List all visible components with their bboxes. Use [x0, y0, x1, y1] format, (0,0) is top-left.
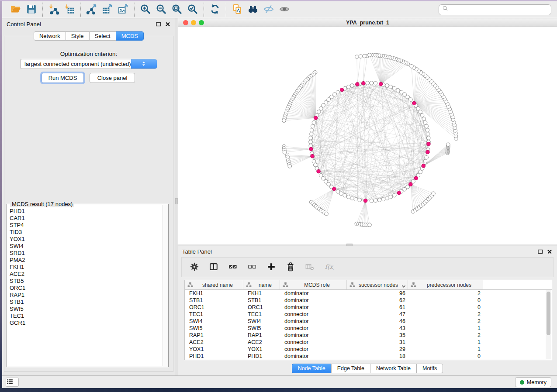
- mcds-result-item[interactable]: PMA2: [10, 257, 162, 264]
- show-all-button[interactable]: [277, 2, 292, 17]
- gear-button[interactable]: [188, 261, 201, 274]
- search-box[interactable]: [439, 4, 551, 15]
- dominator-node[interactable]: [309, 147, 313, 151]
- export-network-button[interactable]: [84, 2, 100, 17]
- mcds-result-item[interactable]: YOX1: [10, 236, 162, 243]
- control-panel-tabs: NetworkStyleSelectMCDS: [2, 31, 175, 41]
- mcds-result-item[interactable]: STB1: [10, 299, 162, 306]
- column-header-name[interactable]: name: [243, 280, 280, 289]
- deselect-all-button[interactable]: [246, 261, 259, 274]
- dominator-node[interactable]: [409, 182, 413, 186]
- dominator-node[interactable]: [379, 82, 383, 86]
- mcds-result-item[interactable]: SWI4: [10, 243, 162, 250]
- mcds-result-item[interactable]: ACE2: [10, 271, 162, 278]
- search-input[interactable]: [481, 7, 548, 13]
- table-row[interactable]: ACE2ACE2connector311: [185, 339, 552, 346]
- add-button[interactable]: [265, 261, 278, 274]
- export-image-button[interactable]: [115, 2, 131, 17]
- export-table-button[interactable]: [100, 2, 115, 17]
- table-scrollbar[interactable]: [546, 290, 551, 359]
- memory-button[interactable]: Memory: [515, 377, 551, 387]
- columns-button[interactable]: [207, 261, 220, 274]
- mcds-result-item[interactable]: FKH1: [10, 264, 162, 271]
- close-panel-icon[interactable]: [547, 248, 553, 254]
- zoom-out-button[interactable]: [153, 2, 169, 17]
- dominator-node[interactable]: [356, 83, 360, 86]
- select-all-button[interactable]: [226, 261, 239, 274]
- dominator-node[interactable]: [422, 164, 426, 168]
- table-row[interactable]: SWI4SWI4dominator462: [185, 318, 552, 325]
- run-mcds-button[interactable]: Run MCDS: [42, 73, 84, 83]
- column-header-shared-name[interactable]: shared name: [185, 280, 243, 289]
- first-neighbors-button[interactable]: [245, 2, 261, 17]
- float-panel-icon[interactable]: [156, 21, 162, 27]
- tab-mcds[interactable]: MCDS: [116, 31, 144, 41]
- import-network-button[interactable]: [46, 2, 62, 17]
- delete-button[interactable]: [284, 261, 297, 274]
- mcds-result-item[interactable]: GCR1: [10, 320, 162, 327]
- mcds-result-item[interactable]: CAR1: [10, 215, 162, 222]
- tab-style[interactable]: Style: [66, 31, 90, 41]
- mcds-result-item[interactable]: STB5: [10, 278, 162, 285]
- dominator-node[interactable]: [317, 169, 321, 173]
- tab-select[interactable]: Select: [89, 31, 116, 41]
- mcds-result-item[interactable]: TID3: [10, 229, 162, 236]
- mcds-result-item[interactable]: RAP1: [10, 292, 162, 299]
- criterion-dropdown[interactable]: largest connected component (undirected): [20, 59, 157, 69]
- dominator-node[interactable]: [332, 187, 336, 191]
- mcds-result-item[interactable]: SRD1: [10, 250, 162, 257]
- network-canvas[interactable]: [178, 27, 557, 244]
- tab-network-table[interactable]: Network Table: [370, 364, 417, 373]
- dominator-node[interactable]: [412, 101, 416, 105]
- mcds-result-item[interactable]: TEC1: [10, 313, 162, 320]
- mcds-result-item[interactable]: STP4: [10, 222, 162, 229]
- show-panels-button[interactable]: [6, 378, 19, 387]
- dominator-node[interactable]: [427, 142, 431, 146]
- dominator-node[interactable]: [426, 150, 430, 154]
- import-table-button[interactable]: [62, 2, 77, 17]
- table-row[interactable]: ORC1ORC1dominator610: [185, 304, 552, 311]
- table-row[interactable]: YOX1YOX1connector291: [185, 346, 552, 353]
- table-row[interactable]: PHD1PHD1dominator180: [185, 353, 552, 360]
- dominator-node[interactable]: [340, 88, 344, 92]
- hide-selected-button[interactable]: [261, 2, 277, 17]
- tab-motifs[interactable]: Motifs: [416, 364, 443, 373]
- network-window-titlebar[interactable]: YPA_prune.txt_1: [178, 18, 557, 27]
- save-button[interactable]: [24, 2, 39, 17]
- zoom-in-button[interactable]: [138, 2, 153, 17]
- mcds-result-item[interactable]: SWI5: [10, 306, 162, 313]
- open-button[interactable]: [8, 2, 24, 17]
- zoom-selected-button[interactable]: [185, 2, 201, 17]
- column-header-successor-nodes[interactable]: successor nodes: [347, 280, 408, 289]
- tab-node-table[interactable]: Node Table: [292, 364, 332, 373]
- tab-network[interactable]: Network: [34, 31, 66, 41]
- table-row[interactable]: TEC1TEC1connector472: [185, 311, 552, 318]
- dominator-node[interactable]: [414, 176, 418, 180]
- table-row[interactable]: FKH1FKH1dominator962: [185, 290, 552, 297]
- mcds-result-item[interactable]: PHD1: [10, 208, 162, 215]
- table-row[interactable]: STB1STB1dominator620: [185, 297, 552, 304]
- column-header-predecessor-nodes[interactable]: predecessor nodes: [408, 280, 483, 289]
- dominator-node[interactable]: [363, 199, 367, 203]
- column-header-MCDS-role[interactable]: MCDS role: [280, 280, 347, 289]
- zoom-fit-button[interactable]: [169, 2, 185, 17]
- float-panel-icon[interactable]: [537, 248, 543, 254]
- node-table[interactable]: shared namenameMCDS rolesuccessor nodesp…: [184, 280, 552, 360]
- table-row[interactable]: RAP1RAP1dominator352: [185, 332, 552, 339]
- dominator-node[interactable]: [311, 154, 315, 158]
- dominator-node[interactable]: [314, 116, 318, 120]
- table-cell: 0: [408, 304, 483, 311]
- refresh-button[interactable]: [207, 2, 223, 17]
- mcds-list-scrollbar[interactable]: [163, 205, 168, 366]
- copy-network-button[interactable]: [229, 2, 245, 17]
- dominator-node[interactable]: [362, 81, 366, 85]
- mcds-result-item[interactable]: ORC1: [10, 285, 162, 292]
- close-panel-icon[interactable]: [165, 21, 171, 27]
- scrollbar-thumb[interactable]: [547, 292, 550, 335]
- mcds-result-list[interactable]: PHD1CAR1STP4TID3YOX1SWI4SRD1PMA2FKH1ACE2…: [10, 208, 162, 366]
- network-graph[interactable]: [178, 27, 557, 244]
- tab-edge-table[interactable]: Edge Table: [331, 364, 370, 373]
- dominator-node[interactable]: [397, 191, 401, 195]
- table-row[interactable]: SWI5SWI5connector431: [185, 325, 552, 332]
- close-panel-button[interactable]: Close panel: [90, 73, 135, 83]
